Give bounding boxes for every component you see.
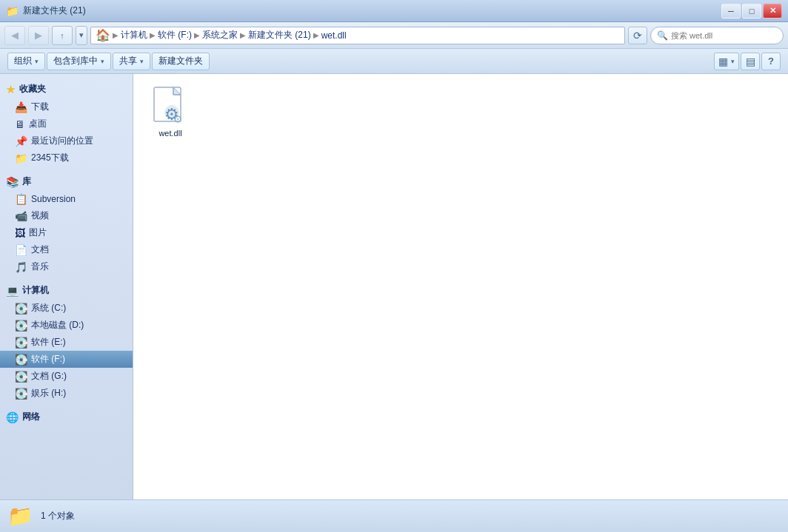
sidebar-item-2345download[interactable]: 📁 2345下载 (0, 149, 133, 166)
sidebar-item-software-f[interactable]: 💽 软件 (F:) (0, 351, 133, 368)
sidebar-item-system-c[interactable]: 💽 系统 (C:) (0, 300, 133, 317)
path-software-f[interactable]: 软件 (F:) (158, 29, 192, 41)
sidebar-item-subversion[interactable]: 📋 Subversion (0, 191, 133, 207)
nav-bar: ◀ ▶ ↑ ▾ 🏠 ▶ 计算机 ▶ 软件 (F:) ▶ 系统之家 ▶ 新建文件夹… (0, 22, 788, 49)
file-area: ⚙ ⚙ wet.dll (133, 74, 788, 499)
title-bar-text: 新建文件夹 (21) (23, 4, 86, 17)
sidebar-item-entertainment-h[interactable]: 💽 娱乐 (H:) (0, 385, 133, 402)
svg-text:⚙: ⚙ (173, 113, 183, 125)
search-box: 🔍 (650, 27, 784, 44)
path-filename[interactable]: wet.dll (321, 30, 347, 41)
drive-g-icon: 💽 (15, 371, 27, 383)
file-grid: ⚙ ⚙ wet.dll (141, 81, 781, 144)
status-bar: 📁 1 个对象 (0, 499, 788, 532)
sidebar-computer-header[interactable]: 💻 计算机 (0, 281, 133, 300)
sidebar-library-header[interactable]: 📚 库 (0, 172, 133, 191)
desktop-icon: 🖥 (15, 118, 25, 130)
recent-icon: 📌 (15, 135, 27, 147)
drive-c-icon: 💽 (15, 303, 27, 314)
recent-button[interactable]: ▾ (76, 26, 87, 45)
video-icon: 📹 (15, 210, 27, 222)
2345-folder-icon: 📁 (15, 152, 27, 164)
back-button[interactable]: ◀ (4, 26, 25, 45)
image-icon: 🖼 (15, 227, 25, 239)
title-bar: 📁 新建文件夹 (21) ─ □ ✕ (0, 0, 788, 22)
music-icon: 🎵 (15, 261, 27, 273)
up-button[interactable]: ↑ (52, 26, 73, 45)
include-library-button[interactable]: 包含到库中 ▾ (47, 53, 111, 70)
drive-e-icon: 💽 (15, 337, 27, 349)
path-computer[interactable]: 计算机 (121, 29, 147, 41)
drive-d-icon: 💽 (15, 320, 27, 331)
subversion-icon: 📋 (15, 193, 27, 205)
search-input[interactable] (671, 31, 777, 40)
refresh-button[interactable]: ⟳ (628, 27, 647, 44)
help-button[interactable]: ? (761, 53, 781, 70)
help-icon: ? (768, 55, 774, 67)
sidebar-item-document[interactable]: 📄 文档 (0, 241, 133, 258)
window-icon: 📁 (6, 5, 19, 17)
sidebar-item-recent[interactable]: 📌 最近访问的位置 (0, 132, 133, 149)
document-icon: 📄 (15, 244, 27, 256)
sidebar-item-video[interactable]: 📹 视频 (0, 207, 133, 224)
sidebar-item-doc-g[interactable]: 💽 文档 (G:) (0, 368, 133, 385)
share-button[interactable]: 共享 ▾ (113, 53, 150, 70)
pane-button[interactable]: ▤ (741, 53, 760, 70)
main-content: ★ 收藏夹 📥 下载 🖥 桌面 📌 最近访问的位置 📁 2345下载 📚 库 📋… (0, 74, 788, 499)
library-icon: 📚 (6, 176, 19, 188)
toolbar: 组织 ▾ 包含到库中 ▾ 共享 ▾ 新建文件夹 ▦ ▾ ▤ ? (0, 49, 788, 74)
sidebar-item-music[interactable]: 🎵 音乐 (0, 258, 133, 275)
title-bar-controls: ─ □ ✕ (721, 4, 782, 18)
title-bar-left: 📁 新建文件夹 (21) (6, 4, 86, 17)
breadcrumb: 🏠 ▶ 计算机 ▶ 软件 (F:) ▶ 系统之家 ▶ 新建文件夹 (21) ▶ … (90, 27, 625, 44)
file-item-wet-dll[interactable]: ⚙ ⚙ wet.dll (141, 81, 200, 144)
file-name-wet-dll: wet.dll (158, 129, 181, 138)
computer-icon: 💻 (6, 285, 19, 297)
download-folder-icon: 📥 (15, 101, 27, 113)
drive-f-icon: 💽 (15, 354, 27, 366)
view-mode-button[interactable]: ▦ ▾ (714, 53, 739, 70)
sidebar-favorites-header[interactable]: ★ 收藏夹 (0, 80, 133, 98)
status-folder-icon: 📁 (7, 504, 33, 528)
path-folder-icon: 🏠 (96, 28, 110, 42)
sidebar-item-download[interactable]: 📥 下载 (0, 98, 133, 115)
sidebar: ★ 收藏夹 📥 下载 🖥 桌面 📌 最近访问的位置 📁 2345下载 📚 库 📋… (0, 74, 133, 499)
new-folder-button[interactable]: 新建文件夹 (152, 53, 210, 70)
sidebar-network-header[interactable]: 🌐 网络 (0, 408, 133, 426)
network-icon: 🌐 (6, 411, 19, 423)
file-icon-container: ⚙ ⚙ (151, 87, 190, 126)
view-grid-icon: ▦ (718, 55, 728, 67)
status-text: 1 个对象 (41, 510, 75, 522)
drive-h-icon: 💽 (15, 388, 27, 400)
close-button[interactable]: ✕ (763, 4, 782, 18)
maximize-button[interactable]: □ (742, 4, 761, 18)
sidebar-item-image[interactable]: 🖼 图片 (0, 224, 133, 241)
sidebar-item-local-d[interactable]: 💽 本地磁盘 (D:) (0, 317, 133, 334)
sidebar-item-desktop[interactable]: 🖥 桌面 (0, 115, 133, 132)
organize-button[interactable]: 组织 ▾ (7, 53, 45, 70)
path-newfolder[interactable]: 新建文件夹 (21) (248, 29, 311, 41)
path-xitongzhi[interactable]: 系统之家 (202, 29, 238, 41)
pane-icon: ▤ (746, 55, 755, 67)
dll-file-icon: ⚙ ⚙ (151, 86, 190, 127)
search-icon: 🔍 (657, 30, 668, 41)
favorites-star-icon: ★ (6, 84, 16, 95)
minimize-button[interactable]: ─ (721, 4, 741, 18)
forward-button[interactable]: ▶ (28, 26, 49, 45)
sidebar-item-software-e[interactable]: 💽 软件 (E:) (0, 334, 133, 351)
